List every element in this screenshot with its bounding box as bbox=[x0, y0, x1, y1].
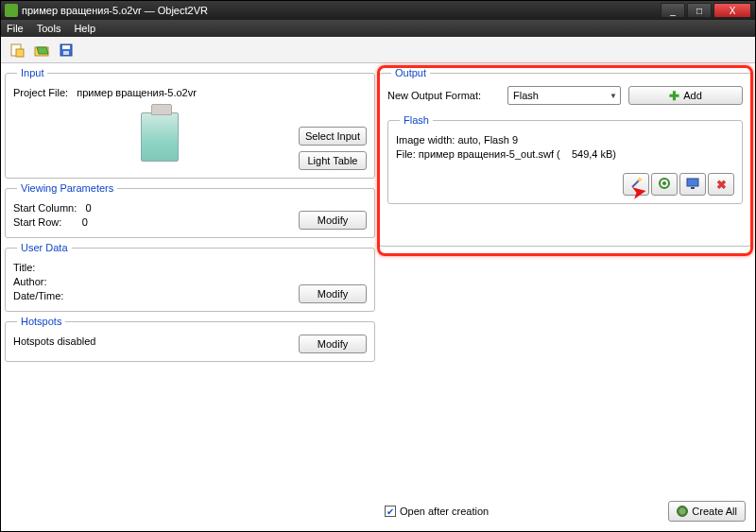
monitor-icon bbox=[686, 177, 699, 192]
output-footer: ✔ Open after creation Create All bbox=[385, 501, 746, 522]
start-row-label: Start Row: bbox=[13, 216, 61, 228]
toolbar bbox=[1, 37, 755, 63]
user-data-group: User Data Title: Author: Date/Time: Modi… bbox=[5, 242, 375, 312]
user-data-legend: User Data bbox=[17, 242, 72, 253]
start-column-value: 0 bbox=[85, 202, 91, 214]
gears-icon bbox=[677, 506, 688, 517]
viewing-parameters-modify-button[interactable]: Modify bbox=[299, 211, 367, 230]
author-label: Author: bbox=[13, 275, 299, 289]
viewing-parameters-group: Viewing Parameters Start Column: 0 Start… bbox=[5, 182, 375, 238]
project-file-label: Project File: bbox=[13, 87, 68, 98]
create-all-label: Create All bbox=[692, 506, 737, 517]
menu-tools[interactable]: Tools bbox=[31, 23, 69, 34]
output-format-label: New Output Format: bbox=[387, 90, 500, 101]
menu-file[interactable]: File bbox=[1, 23, 31, 34]
start-column-label: Start Column: bbox=[13, 202, 77, 214]
svg-rect-11 bbox=[687, 179, 698, 186]
flash-file-size: 549,4 kB) bbox=[572, 148, 616, 160]
svg-point-10 bbox=[662, 181, 666, 185]
open-after-creation-checkbox[interactable]: ✔ Open after creation bbox=[385, 506, 489, 517]
open-project-icon[interactable] bbox=[31, 40, 52, 60]
svg-rect-1 bbox=[16, 49, 24, 57]
select-input-button[interactable]: Select Input bbox=[299, 127, 367, 146]
plus-icon: ✚ bbox=[669, 89, 679, 103]
hotspots-group: Hotspots Hotspots disabled Modify bbox=[5, 316, 375, 362]
right-column: Output New Output Format: Flash ▼ ✚ Add … bbox=[379, 67, 751, 527]
flash-legend: Flash bbox=[400, 114, 433, 126]
delete-output-button[interactable]: ✖ bbox=[708, 173, 734, 196]
flash-file-label: File: пример вращения-5_out.swf ( bbox=[396, 148, 560, 160]
add-label: Add bbox=[683, 90, 702, 101]
left-column: Input Project File: пример вращения-5.o2… bbox=[5, 67, 375, 527]
delete-icon: ✖ bbox=[716, 178, 727, 192]
flash-output-group: Flash Image width: auto, Flash 9 File: п… bbox=[387, 114, 743, 204]
datetime-label: Date/Time: bbox=[13, 289, 299, 303]
start-row-value: 0 bbox=[82, 216, 88, 228]
save-icon[interactable] bbox=[56, 40, 77, 60]
light-table-button[interactable]: Light Table bbox=[299, 151, 367, 170]
output-legend: Output bbox=[391, 67, 430, 78]
preview-output-button[interactable] bbox=[679, 173, 706, 196]
window-buttons: _ □ X bbox=[661, 3, 751, 18]
chevron-down-icon: ▼ bbox=[610, 92, 617, 100]
checkbox-checked-icon: ✔ bbox=[385, 506, 396, 517]
menubar: File Tools Help bbox=[1, 20, 755, 37]
svg-rect-6 bbox=[63, 51, 69, 55]
flash-image-width: Image width: auto, Flash 9 bbox=[396, 133, 734, 147]
hotspots-status: Hotspots disabled bbox=[13, 335, 299, 349]
svg-marker-3 bbox=[37, 47, 48, 54]
edit-output-button[interactable] bbox=[623, 173, 649, 196]
window-title: пример вращения-5.o2vr — Object2VR bbox=[22, 5, 661, 16]
input-legend: Input bbox=[17, 67, 47, 78]
hotspots-legend: Hotspots bbox=[17, 316, 65, 327]
output-format-select[interactable]: Flash ▼ bbox=[507, 86, 621, 105]
settings-output-button[interactable] bbox=[651, 173, 678, 196]
close-button[interactable]: X bbox=[713, 3, 751, 18]
content-area: Input Project File: пример вращения-5.o2… bbox=[1, 63, 755, 531]
object-preview-image bbox=[141, 112, 179, 162]
open-after-creation-label: Open after creation bbox=[400, 506, 489, 517]
maximize-button[interactable]: □ bbox=[687, 3, 712, 18]
gear-icon bbox=[658, 177, 671, 192]
svg-rect-5 bbox=[62, 45, 70, 49]
menu-help[interactable]: Help bbox=[68, 23, 103, 34]
minimize-button[interactable]: _ bbox=[661, 3, 685, 18]
project-file-value: пример вращения-5.o2vr bbox=[77, 87, 197, 98]
title-label: Title: bbox=[13, 261, 299, 275]
user-data-modify-button[interactable]: Modify bbox=[299, 284, 367, 303]
input-thumbnail bbox=[127, 104, 193, 170]
new-project-icon[interactable] bbox=[7, 40, 27, 60]
viewing-parameters-legend: Viewing Parameters bbox=[17, 182, 117, 194]
svg-rect-12 bbox=[691, 187, 695, 189]
output-format-value: Flash bbox=[513, 90, 539, 101]
svg-point-8 bbox=[638, 178, 642, 181]
titlebar: пример вращения-5.o2vr — Object2VR _ □ X bbox=[1, 1, 755, 20]
add-output-button[interactable]: ✚ Add bbox=[628, 86, 743, 105]
hotspots-modify-button[interactable]: Modify bbox=[299, 335, 367, 353]
app-icon bbox=[5, 4, 18, 17]
wand-icon bbox=[629, 177, 643, 193]
input-group: Input Project File: пример вращения-5.o2… bbox=[5, 67, 375, 179]
create-all-button[interactable]: Create All bbox=[668, 501, 746, 522]
output-group: Output New Output Format: Flash ▼ ✚ Add … bbox=[379, 67, 751, 247]
